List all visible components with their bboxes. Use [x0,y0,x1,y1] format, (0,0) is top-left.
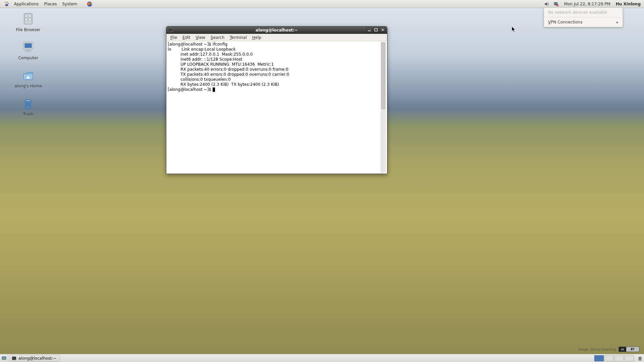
workspace-4[interactable] [625,355,634,361]
workspace-3[interactable] [614,355,624,361]
wallpaper-credit: Image: Jenny Downing ccBY [578,347,639,352]
menu-applications[interactable]: Applications [11,0,41,8]
trash-icon [21,96,36,111]
maximize-button[interactable] [373,27,379,33]
desktop-icons: File Browser Computer along's Home Trash [8,11,55,124]
no-network-devices: No network devices available [544,8,623,17]
desktop-icon-trash[interactable]: Trash [8,96,48,117]
show-desktop-button[interactable] [0,354,8,362]
desktop-icon-computer[interactable]: Computer [8,40,48,60]
svg-rect-27 [2,359,6,359]
terminal-menubar: FileFile EditEdit ViewView SearchSearch … [166,34,387,41]
svg-rect-25 [375,28,377,31]
terminal-title: along@localhost:~ [166,28,387,33]
svg-point-30 [639,357,641,358]
computer-icon [21,40,36,54]
svg-rect-13 [27,19,29,20]
desktop-icon-label: along's Home [8,84,48,88]
clock[interactable]: Mon Jul 22, 8:17:29 PM [561,2,614,6]
panel-trash-icon[interactable] [636,356,644,361]
close-button[interactable] [380,27,386,33]
scrollbar-thumb[interactable] [381,42,385,109]
svg-rect-19 [26,102,27,107]
svg-rect-5 [554,2,557,5]
desktop-icon-label: Computer [8,56,48,60]
home-folder-icon [21,68,36,82]
svg-rect-6 [555,5,557,5]
menu-view[interactable]: ViewView [193,35,208,41]
desktop-icon-home[interactable]: along's Home [8,68,48,88]
terminal-titlebar[interactable]: >_ along@localhost:~ [166,26,387,34]
terminal-titlebar-icon: >_ [166,28,174,33]
chevron-right-icon: ▸ [616,20,619,24]
vpn-connections[interactable]: VVPN ConnectionsPN Connections ▸ [544,17,623,27]
user-menu[interactable]: Hu Xinlong [614,2,644,6]
workspace-switcher[interactable] [594,355,634,361]
taskbar-item-terminal[interactable]: >_ along@localhost:~ [9,355,60,362]
firefox-launcher[interactable] [85,0,95,8]
network-icon[interactable] [551,0,561,8]
menu-terminal[interactable]: TerminalTerminal [227,35,250,41]
menu-help[interactable]: HelpHelp [250,35,264,41]
volume-icon[interactable] [542,0,551,8]
svg-point-2 [8,3,9,4]
terminal-window: >_ along@localhost:~ FileFile EditEdit V… [166,26,387,174]
workspace-2[interactable] [604,355,614,361]
menu-search[interactable]: SearchSearch [208,35,227,41]
svg-point-3 [5,4,8,6]
menu-system[interactable]: System [59,0,80,8]
menu-file[interactable]: FileFile [168,35,180,41]
svg-rect-15 [24,43,32,48]
svg-point-1 [7,1,8,2]
file-cabinet-icon [21,11,36,26]
terminal-icon: >_ [12,356,16,361]
svg-rect-20 [28,102,29,107]
menu-places[interactable]: Places [41,0,59,8]
svg-rect-8 [557,5,558,5]
svg-text:>_: >_ [169,29,172,32]
minimize-button[interactable] [366,27,372,33]
desktop-icon-file-browser[interactable]: File Browser [8,11,48,32]
menu-edit[interactable]: EditEdit [180,35,193,41]
svg-rect-12 [27,16,29,16]
taskbar-item-label: along@localhost:~ [18,356,56,361]
top-panel: Applications Places System Mon Jul 22, 8… [0,0,644,8]
network-popup: No network devices available VVPN Connec… [544,7,623,27]
gnome-foot-icon[interactable] [2,1,11,7]
terminal-body[interactable]: [along@localhost ~]$ ifconfiglo Link enc… [166,41,387,174]
desktop-icon-label: File Browser [8,27,48,32]
bottom-panel: >_ along@localhost:~ [0,354,644,362]
terminal-output: [along@localhost ~]$ ifconfiglo Link enc… [168,42,381,173]
svg-rect-24 [368,31,371,31]
credit-text: Image: Jenny Downing [578,348,616,351]
svg-rect-17 [25,51,32,52]
svg-point-18 [25,100,31,102]
svg-text:>_: >_ [13,357,16,360]
svg-rect-21 [29,102,30,107]
svg-point-0 [5,2,6,3]
desktop-icon-label: Trash [8,112,48,117]
cc-by-badge: ccBY [619,347,639,352]
mouse-cursor-icon [512,26,516,33]
terminal-scrollbar[interactable] [381,42,386,173]
workspace-1[interactable] [594,355,604,361]
